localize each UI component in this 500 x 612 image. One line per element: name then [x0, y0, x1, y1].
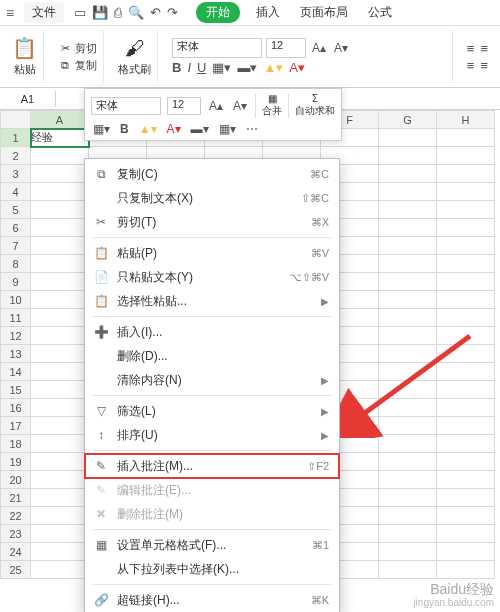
cell-A24[interactable] — [31, 543, 89, 561]
cell-G2[interactable] — [379, 147, 437, 165]
mini-decrease-font-icon[interactable]: A▾ — [231, 99, 249, 113]
tab-insert[interactable]: 插入 — [252, 2, 284, 23]
cell-A4[interactable] — [31, 183, 89, 201]
tab-start[interactable]: 开始 — [196, 2, 240, 23]
cell-H17[interactable] — [437, 417, 495, 435]
mini-highlight-icon[interactable]: ▲▾ — [137, 122, 159, 136]
cell-H21[interactable] — [437, 489, 495, 507]
mini-grid-icon[interactable]: ▦▾ — [217, 122, 238, 136]
context-item-13[interactable]: ↕ 排序(U) ▶ — [85, 423, 339, 447]
mini-format-icon[interactable]: ⋯ — [244, 122, 260, 136]
context-item-5[interactable]: 📄 只粘贴文本(Y) ⌥⇧⌘V — [85, 265, 339, 289]
row-header-20[interactable]: 20 — [1, 471, 31, 489]
row-header-2[interactable]: 2 — [1, 147, 31, 165]
select-all-corner[interactable] — [1, 111, 31, 129]
cell-G4[interactable] — [379, 183, 437, 201]
cell-A21[interactable] — [31, 489, 89, 507]
cell-H24[interactable] — [437, 543, 495, 561]
row-header-7[interactable]: 7 — [1, 237, 31, 255]
file-menu[interactable]: 文件 — [24, 2, 64, 23]
context-item-10[interactable]: 清除内容(N) ▶ — [85, 368, 339, 392]
cell-A12[interactable] — [31, 327, 89, 345]
print-icon[interactable]: ⎙ — [114, 5, 122, 20]
font-size-select[interactable]: 12 — [266, 38, 306, 58]
context-item-0[interactable]: ⧉ 复制(C) ⌘C — [85, 162, 339, 186]
col-header-H[interactable]: H — [437, 111, 495, 129]
align-top-icon[interactable]: ≡ — [467, 41, 475, 56]
row-header-11[interactable]: 11 — [1, 309, 31, 327]
row-header-17[interactable]: 17 — [1, 417, 31, 435]
context-item-22[interactable]: 🔗 超链接(H)... ⌘K — [85, 588, 339, 612]
cell-G9[interactable] — [379, 273, 437, 291]
save-icon[interactable]: 💾 — [92, 5, 108, 20]
cell-H15[interactable] — [437, 381, 495, 399]
row-header-24[interactable]: 24 — [1, 543, 31, 561]
cell-G18[interactable] — [379, 435, 437, 453]
hamburger-icon[interactable]: ≡ — [6, 5, 14, 21]
cell-A18[interactable] — [31, 435, 89, 453]
cell-G13[interactable] — [379, 345, 437, 363]
cell-G16[interactable] — [379, 399, 437, 417]
cell-G17[interactable] — [379, 417, 437, 435]
border-button[interactable]: ▦▾ — [212, 60, 231, 75]
open-icon[interactable]: ▭ — [74, 5, 86, 20]
cell-G15[interactable] — [379, 381, 437, 399]
cell-G14[interactable] — [379, 363, 437, 381]
row-header-10[interactable]: 10 — [1, 291, 31, 309]
highlight-button[interactable]: ▲▾ — [263, 60, 283, 75]
row-header-23[interactable]: 23 — [1, 525, 31, 543]
row-header-22[interactable]: 22 — [1, 507, 31, 525]
cell-A1[interactable]: 经验 — [31, 129, 89, 147]
copy-button[interactable]: ⧉复制 — [58, 58, 97, 73]
increase-font-icon[interactable]: A▴ — [310, 41, 328, 55]
cell-G21[interactable] — [379, 489, 437, 507]
cell-G5[interactable] — [379, 201, 437, 219]
row-header-1[interactable]: 1 — [1, 129, 31, 147]
fill-color-button[interactable]: ▬▾ — [237, 60, 257, 75]
mini-merge-button[interactable]: ▦ 合并 — [255, 93, 282, 118]
col-header-G[interactable]: G — [379, 111, 437, 129]
redo-icon[interactable]: ↷ — [167, 5, 178, 20]
cell-H12[interactable] — [437, 327, 495, 345]
context-item-8[interactable]: ➕ 插入(I)... — [85, 320, 339, 344]
cell-A10[interactable] — [31, 291, 89, 309]
decrease-font-icon[interactable]: A▾ — [332, 41, 350, 55]
font-color-button[interactable]: A▾ — [289, 60, 305, 75]
cell-H9[interactable] — [437, 273, 495, 291]
row-header-19[interactable]: 19 — [1, 453, 31, 471]
cell-A22[interactable] — [31, 507, 89, 525]
cell-H13[interactable] — [437, 345, 495, 363]
cell-G1[interactable] — [379, 129, 437, 147]
mini-fontcolor-icon[interactable]: A▾ — [165, 122, 183, 136]
cell-H18[interactable] — [437, 435, 495, 453]
context-item-1[interactable]: 只复制文本(X) ⇧⌘C — [85, 186, 339, 210]
tab-formula[interactable]: 公式 — [364, 2, 396, 23]
cut-button[interactable]: ✂剪切 — [58, 41, 97, 56]
context-item-15[interactable]: ✎ 插入批注(M)... ⇧F2 — [85, 454, 339, 478]
cell-H20[interactable] — [437, 471, 495, 489]
cell-G8[interactable] — [379, 255, 437, 273]
cell-G12[interactable] — [379, 327, 437, 345]
cell-A2[interactable] — [31, 147, 89, 165]
cell-A25[interactable] — [31, 561, 89, 579]
format-painter-button[interactable]: 🖌 格式刷 — [118, 37, 151, 77]
cell-A11[interactable] — [31, 309, 89, 327]
mini-border-icon[interactable]: ▦▾ — [91, 122, 112, 136]
row-header-14[interactable]: 14 — [1, 363, 31, 381]
row-header-15[interactable]: 15 — [1, 381, 31, 399]
cell-H19[interactable] — [437, 453, 495, 471]
cell-G6[interactable] — [379, 219, 437, 237]
cell-H23[interactable] — [437, 525, 495, 543]
context-item-9[interactable]: 删除(D)... — [85, 344, 339, 368]
undo-icon[interactable]: ↶ — [150, 5, 161, 20]
cell-A8[interactable] — [31, 255, 89, 273]
cell-H16[interactable] — [437, 399, 495, 417]
context-item-12[interactable]: ▽ 筛选(L) ▶ — [85, 399, 339, 423]
cell-A15[interactable] — [31, 381, 89, 399]
cell-H5[interactable] — [437, 201, 495, 219]
row-header-16[interactable]: 16 — [1, 399, 31, 417]
cell-A20[interactable] — [31, 471, 89, 489]
cell-A19[interactable] — [31, 453, 89, 471]
cell-H6[interactable] — [437, 219, 495, 237]
cell-A17[interactable] — [31, 417, 89, 435]
